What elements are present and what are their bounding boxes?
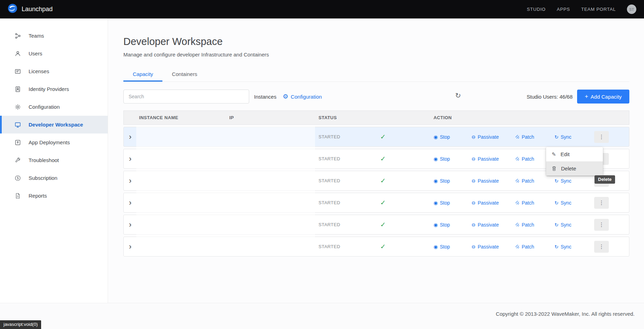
document-icon xyxy=(15,193,21,199)
delete-tooltip: Delete xyxy=(595,175,615,184)
search-input[interactable] xyxy=(123,90,249,104)
sidebar-item-users[interactable]: Users xyxy=(0,45,108,62)
avatar[interactable]: ST xyxy=(627,5,636,14)
topnav-studio[interactable]: STUDIO xyxy=(527,7,546,12)
tab-capacity[interactable]: Capacity xyxy=(123,67,162,82)
passivate-label: Passivate xyxy=(478,222,499,228)
stop-icon: ◉ xyxy=(434,135,438,139)
sync-icon: ↻ xyxy=(554,200,559,205)
status-cell: STARTED ✓ xyxy=(319,199,434,207)
status-cell: STARTED ✓ xyxy=(319,243,434,251)
sidebar-item-developer-workspace[interactable]: Developer Workspace xyxy=(0,116,108,133)
configuration-link[interactable]: ⚙ Configuration xyxy=(283,93,322,100)
topnav-team-portal[interactable]: TEAM PORTAL xyxy=(581,7,616,12)
studio-users-count: Studio Users: 46/68 xyxy=(527,94,573,100)
passivate-action-link[interactable]: ⊖ Passivate xyxy=(472,222,515,228)
sync-icon: ↻ xyxy=(554,135,559,139)
row-expand-chevron-icon[interactable]: › xyxy=(124,155,139,163)
sidebar-item-label: Developer Workspace xyxy=(29,122,83,128)
row-kebab-menu-button[interactable]: ⋮ xyxy=(594,131,609,143)
menu-item-edit[interactable]: ✎ Edit xyxy=(546,147,603,161)
passivate-action-link[interactable]: ⊖ Passivate xyxy=(472,200,515,206)
kebab-icon: ⋮ xyxy=(599,134,604,140)
teams-icon xyxy=(15,33,21,39)
add-capacity-button[interactable]: + Add Capacity xyxy=(577,90,629,104)
passivate-action-link[interactable]: ⊖ Passivate xyxy=(472,134,515,140)
row-expand-chevron-icon[interactable]: › xyxy=(124,177,139,185)
sync-label: Sync xyxy=(561,244,572,250)
sidebar-item-label: Subscription xyxy=(29,175,58,181)
stop-action-link[interactable]: ◉ Stop xyxy=(434,178,472,184)
user-icon xyxy=(15,51,21,57)
row-kebab-menu-button[interactable]: ⋮ xyxy=(594,219,609,231)
stop-label: Stop xyxy=(440,156,450,162)
table-header: INSTANCE NAME IP STATUS ACTION xyxy=(123,110,629,125)
sidebar-item-identity-providers[interactable]: Identity Providers xyxy=(0,80,108,98)
stop-label: Stop xyxy=(440,134,450,140)
patch-action-link[interactable]: Patch xyxy=(515,200,554,206)
column-action: ACTION xyxy=(434,115,629,120)
table-row: › STARTED ✓ ◉ Stop ⊖ Passivate Patch xyxy=(123,215,629,235)
stop-label: Stop xyxy=(440,178,450,184)
check-icon: ✓ xyxy=(380,177,386,185)
plus-icon: + xyxy=(585,93,588,100)
stop-icon: ◉ xyxy=(434,200,438,205)
table-row: › STARTED ✓ ◉ Stop ⊖ Passivate Patch xyxy=(123,193,629,213)
topnav-apps[interactable]: APPS xyxy=(557,7,570,12)
stop-label: Stop xyxy=(440,222,450,228)
passivate-label: Passivate xyxy=(478,178,499,184)
patch-action-link[interactable]: Patch xyxy=(515,134,554,140)
add-capacity-label: Add Capacity xyxy=(591,94,622,100)
sync-label: Sync xyxy=(561,178,572,184)
sync-action-link[interactable]: ↻ Sync xyxy=(554,178,572,184)
stop-action-link[interactable]: ◉ Stop xyxy=(434,244,472,250)
menu-item-delete[interactable]: Delete xyxy=(546,161,603,176)
stop-action-link[interactable]: ◉ Stop xyxy=(434,134,472,140)
row-expand-chevron-icon[interactable]: › xyxy=(124,221,139,229)
topbar: Launchpad STUDIO APPS TEAM PORTAL ST xyxy=(0,0,644,18)
passivate-action-link[interactable]: ⊖ Passivate xyxy=(472,244,515,250)
tab-containers[interactable]: Containers xyxy=(162,67,207,82)
stop-action-link[interactable]: ◉ Stop xyxy=(434,200,472,206)
check-icon: ✓ xyxy=(380,221,386,229)
row-expand-chevron-icon[interactable]: › xyxy=(124,133,139,141)
deploy-box-icon xyxy=(15,139,21,146)
sidebar-item-troubleshoot[interactable]: Troubleshoot xyxy=(0,151,108,169)
patch-icon xyxy=(515,156,520,161)
patch-label: Patch xyxy=(522,244,534,250)
patch-action-link[interactable]: Patch xyxy=(515,178,554,184)
sidebar-item-subscription[interactable]: Subscription xyxy=(0,169,108,187)
sync-action-link[interactable]: ↻ Sync xyxy=(554,244,572,250)
instances-label: Instances xyxy=(254,94,276,100)
sync-action-link[interactable]: ↻ Sync xyxy=(554,222,572,228)
row-expand-chevron-icon[interactable]: › xyxy=(124,243,139,251)
sidebar-item-label: Users xyxy=(29,51,42,56)
action-cell: ◉ Stop ⊖ Passivate Patch ↻ Sync ⋮ xyxy=(434,237,629,256)
row-kebab-menu-button[interactable]: ⋮ xyxy=(594,241,609,253)
footer: Copyright © 2013-2022 WaveMaker, Inc. Al… xyxy=(0,303,644,329)
sync-action-link[interactable]: ↻ Sync xyxy=(554,200,572,206)
sidebar-item-reports[interactable]: Reports xyxy=(0,187,108,205)
patch-icon xyxy=(515,244,520,249)
stop-action-link[interactable]: ◉ Stop xyxy=(434,222,472,228)
refresh-icon[interactable]: ↻ xyxy=(455,92,461,99)
passivate-action-link[interactable]: ⊖ Passivate xyxy=(472,178,515,184)
action-cell: ◉ Stop ⊖ Passivate Patch ↻ Sync ⋮ xyxy=(434,127,629,146)
sidebar-item-app-deployments[interactable]: App Deployments xyxy=(0,133,108,151)
passivate-action-link[interactable]: ⊖ Passivate xyxy=(472,156,515,162)
row-expand-chevron-icon[interactable]: › xyxy=(124,199,139,207)
sidebar-item-teams[interactable]: Teams xyxy=(0,27,108,45)
row-actions-menu: ✎ Edit Delete xyxy=(546,147,603,176)
passivate-label: Passivate xyxy=(478,134,499,140)
brand[interactable]: Launchpad xyxy=(8,3,53,15)
check-icon: ✓ xyxy=(380,155,386,163)
patch-action-link[interactable]: Patch xyxy=(515,244,554,250)
sidebar-item-configuration[interactable]: Configuration xyxy=(0,98,108,116)
sidebar-item-label: Teams xyxy=(29,33,44,39)
stop-icon: ◉ xyxy=(434,244,438,249)
stop-action-link[interactable]: ◉ Stop xyxy=(434,156,472,162)
sidebar-item-licenses[interactable]: Licenses xyxy=(0,62,108,80)
patch-action-link[interactable]: Patch xyxy=(515,222,554,228)
sync-action-link[interactable]: ↻ Sync xyxy=(554,134,572,140)
row-kebab-menu-button[interactable]: ⋮ xyxy=(594,197,609,209)
